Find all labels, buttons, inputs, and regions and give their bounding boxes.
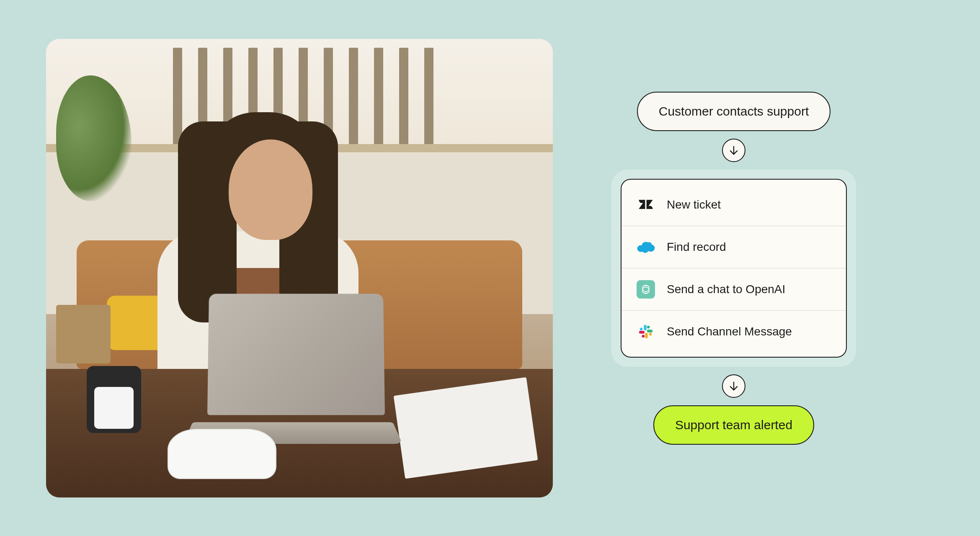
scene-face-mask — [168, 429, 276, 479]
slack-icon — [637, 322, 655, 341]
workflow-trigger-pill: Customer contacts support — [637, 92, 831, 131]
result-label: Support team alerted — [675, 418, 792, 432]
step-label: Find record — [667, 240, 726, 254]
scene-side-table — [56, 305, 111, 363]
workflow-steps-card: New ticket Find record — [621, 179, 847, 358]
svg-rect-12 — [639, 331, 645, 334]
arrow-down-icon — [722, 139, 745, 162]
svg-rect-6 — [644, 325, 647, 330]
workflow-step: New ticket — [622, 184, 846, 226]
svg-rect-10 — [645, 332, 648, 338]
svg-point-4 — [642, 247, 648, 253]
scene-phone-stand — [87, 366, 141, 433]
workflow-diagram: Customer contacts support — [611, 92, 856, 445]
openai-icon — [637, 280, 655, 299]
svg-point-11 — [649, 332, 652, 335]
photo-scene — [46, 39, 553, 497]
scene-person-head — [229, 139, 312, 240]
hero-photo — [46, 39, 553, 497]
trigger-label: Customer contacts support — [659, 104, 809, 118]
step-label: New ticket — [667, 198, 721, 211]
svg-point-9 — [647, 325, 650, 328]
scene-laptop-screen — [207, 294, 385, 415]
svg-point-7 — [640, 327, 643, 330]
salesforce-icon — [637, 238, 655, 256]
svg-rect-8 — [647, 330, 652, 332]
page-container: Customer contacts support — [0, 0, 980, 536]
svg-point-13 — [642, 335, 645, 338]
zendesk-icon — [637, 196, 655, 214]
workflow-step: Send a chat to OpenAI — [622, 268, 846, 311]
step-label: Send a chat to OpenAI — [667, 283, 785, 296]
svg-point-5 — [646, 242, 652, 247]
workflow-steps-container: New ticket Find record — [611, 170, 856, 367]
workflow-result-pill: Support team alerted — [653, 405, 814, 445]
arrow-down-icon — [722, 374, 745, 398]
workflow-step: Find record — [622, 226, 846, 268]
workflow-step: Send Channel Message — [622, 311, 846, 353]
step-label: Send Channel Message — [667, 325, 792, 338]
